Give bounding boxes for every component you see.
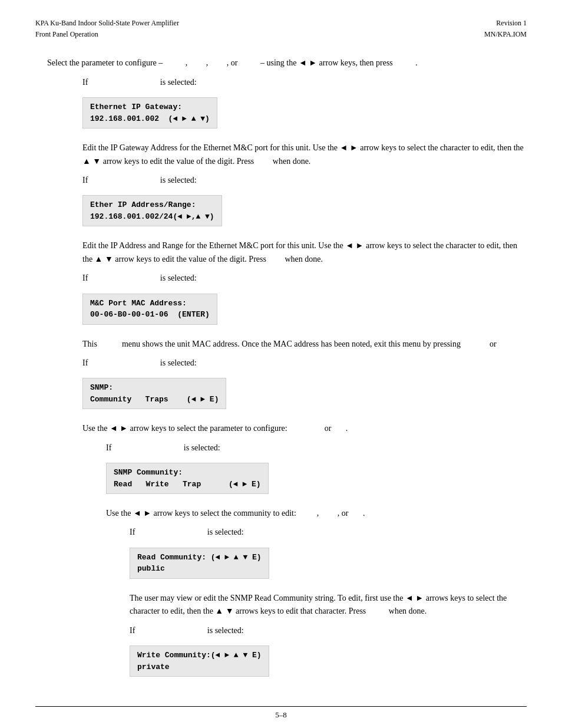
code-line-1: M&C Port MAC Address:: [90, 298, 210, 309]
if-line-6: If is selected:: [130, 526, 527, 539]
code-box-write-community: Write Community:(◄ ► ▲ ▼ E) private: [130, 641, 527, 683]
code-box-snmp-community: SNMP Community: Read Write Trap (◄ ► E): [106, 458, 527, 500]
code-line-2: public: [137, 563, 262, 575]
main-content: Select the parameter to configure – , , …: [35, 57, 527, 683]
code-display: Ether IP Address/Range: 192.168.001.002/…: [82, 195, 222, 226]
header-doc-num: MN/KPA.IOM: [484, 29, 527, 40]
page: KPA Ku-Band Indoor Solid-State Power Amp…: [0, 0, 562, 728]
page-footer: 5–8: [35, 706, 527, 720]
code-display: SNMP: Community Traps (◄ ► E): [82, 378, 226, 409]
section-ether-ip: If is selected: Ether IP Address/Range: …: [47, 174, 527, 266]
code-box-mac: M&C Port MAC Address: 00-06-B0-00-01-06 …: [82, 289, 527, 331]
page-header: KPA Ku-Band Indoor Solid-State Power Amp…: [35, 18, 527, 40]
header-title-line2: Front Panel Operation: [35, 29, 179, 40]
desc-snmp-community: Use the ◄ ► arrow keys to select the com…: [106, 507, 527, 520]
code-line-2: Community Traps (◄ ► E): [90, 394, 219, 406]
desc-snmp: Use the ◄ ► arrow keys to select the par…: [82, 422, 527, 435]
code-display: Write Community:(◄ ► ▲ ▼ E) private: [130, 645, 269, 677]
if-line-2: If is selected:: [82, 174, 527, 187]
code-box-read-community: Read Community: (◄ ► ▲ ▼ E) public: [130, 543, 527, 585]
code-line-1: SNMP:: [90, 382, 219, 394]
code-line-2: private: [137, 661, 262, 673]
desc-mac: This menu shows the unit MAC address. On…: [82, 338, 527, 351]
header-revision: Revision 1: [484, 18, 527, 29]
header-left: KPA Ku-Band Indoor Solid-State Power Amp…: [35, 18, 179, 40]
if-line-4: If is selected:: [82, 357, 527, 370]
code-line-1: Ethernet IP Gateway:: [90, 101, 210, 113]
page-number: 5–8: [275, 710, 287, 719]
code-line-2: Read Write Trap (◄ ► E): [114, 479, 261, 490]
code-display: SNMP Community: Read Write Trap (◄ ► E): [106, 463, 269, 494]
code-line-1: Read Community: (◄ ► ▲ ▼ E): [137, 552, 262, 564]
section-mac-address: If is selected: M&C Port MAC Address: 00…: [47, 272, 527, 351]
code-box-ethernet-gateway: Ethernet IP Gateway: 192.168.001.002 (◄ …: [82, 93, 527, 134]
code-line-2: 192.168.001.002 (◄ ► ▲ ▼): [90, 113, 210, 125]
code-display: Ethernet IP Gateway: 192.168.001.002 (◄ …: [82, 97, 217, 129]
desc-ethernet-gateway: Edit the IP Gateway Address for the Ethe…: [82, 141, 527, 168]
code-line-2: 00-06-B0-00-01-06 (ENTER): [90, 309, 210, 321]
section-ethernet-gateway: If is selected: Ethernet IP Gateway: 192…: [47, 76, 527, 168]
intro-paragraph: Select the parameter to configure – , , …: [47, 57, 527, 70]
section-snmp-community: If is selected: SNMP Community: Read Wri…: [82, 442, 527, 683]
desc-ether-ip: Edit the IP Address and Range for the Et…: [82, 239, 527, 266]
desc-read-community: The user may view or edit the SNMP Read …: [130, 592, 527, 618]
section-snmp: If is selected: SNMP: Community Traps (◄…: [47, 357, 527, 683]
code-box-ether-ip: Ether IP Address/Range: 192.168.001.002/…: [82, 190, 527, 232]
if-line-5: If is selected:: [106, 442, 527, 454]
section-read-community: If is selected: Read Community: (◄ ► ▲ ▼…: [106, 526, 527, 618]
code-display: Read Community: (◄ ► ▲ ▼ E) public: [130, 548, 269, 579]
code-box-snmp: SNMP: Community Traps (◄ ► E): [82, 373, 527, 415]
code-display: M&C Port MAC Address: 00-06-B0-00-01-06 …: [82, 294, 217, 325]
if-line-7: If is selected:: [130, 624, 527, 637]
code-line-2: 192.168.001.002/24(◄ ►,▲ ▼): [90, 211, 214, 223]
code-line-1: Ether IP Address/Range:: [90, 199, 214, 211]
code-line-1: Write Community:(◄ ► ▲ ▼ E): [137, 650, 262, 661]
section-write-community: If is selected: Write Community:(◄ ► ▲ ▼…: [106, 624, 527, 683]
if-line-3: If is selected:: [82, 272, 527, 285]
if-line-1: If is selected:: [82, 76, 527, 89]
code-line-1: SNMP Community:: [114, 467, 261, 479]
header-right: Revision 1 MN/KPA.IOM: [484, 18, 527, 40]
header-title-line1: KPA Ku-Band Indoor Solid-State Power Amp…: [35, 18, 179, 29]
